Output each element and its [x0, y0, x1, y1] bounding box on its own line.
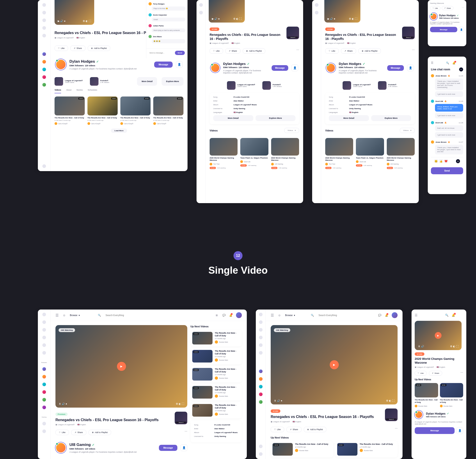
user-avatar[interactable]: [236, 312, 242, 318]
user-add-button[interactable]: 👤: [180, 444, 187, 451]
video-card[interactable]: 10:42The Results Are Now - Call of Duty●…: [55, 96, 85, 125]
search-icon[interactable]: 🔍: [445, 314, 449, 317]
message-button[interactable]: Message: [415, 427, 455, 434]
load-more-button[interactable]: Load More: [111, 129, 127, 133]
video-player[interactable]: ▶ ⏸ 🔊 ⚙ ◐ ⛶: [415, 321, 462, 350]
user-add-button[interactable]: 👤: [459, 27, 464, 32]
share-button[interactable]: ↗ Share: [70, 45, 85, 51]
send-button[interactable]: Send: [431, 167, 463, 174]
following-avatar[interactable]: [42, 52, 46, 56]
more-icon[interactable]: ⋯: [296, 48, 299, 54]
following-avatar[interactable]: [259, 400, 263, 404]
playlist-button[interactable]: ⊕ Add to Playlist: [358, 48, 381, 54]
video-card[interactable]: 10:42The Results Are Now - Call of Duty●…: [120, 96, 151, 125]
like-button[interactable]: ♡ Like: [430, 6, 440, 10]
user-add-button[interactable]: 👤: [456, 427, 463, 434]
menu-icon[interactable]: ☰: [431, 61, 434, 64]
browse-dropdown[interactable]: Browse ▾: [70, 314, 80, 317]
emoji-button[interactable]: ❤️: [444, 159, 448, 163]
menu-icon[interactable]: ☰: [415, 313, 418, 317]
video-card[interactable]: 10:42The Results Are Now - Call of Duty●…: [87, 96, 118, 125]
video-card[interactable]: 2020 World Champs Gaming WarzoneUI8 Gami…: [387, 138, 415, 169]
following-avatar[interactable]: [42, 68, 46, 71]
user-add-button[interactable]: 👤: [407, 64, 414, 71]
menu-icon[interactable]: ☰: [55, 313, 59, 317]
following-avatar[interactable]: [42, 382, 46, 386]
playlist-button[interactable]: ⊕ Add to Playlist: [243, 48, 265, 54]
upnext-item[interactable]: 10:42The Results Are Now - Call of DutyR…: [440, 383, 463, 407]
nav-icon[interactable]: [42, 351, 46, 355]
share-button[interactable]: ↗ Share: [442, 6, 453, 10]
emoji-button[interactable]: 😊: [434, 159, 438, 163]
share-button[interactable]: ↗ Share: [287, 427, 302, 432]
share-button[interactable]: ↗ Share: [341, 48, 356, 54]
nav-icon[interactable]: [259, 452, 263, 456]
emoji-add-button[interactable]: +: [456, 159, 460, 163]
send-button[interactable]: Send: [175, 51, 185, 55]
following-avatar[interactable]: [42, 367, 46, 371]
nav-icon[interactable]: [42, 328, 46, 332]
bell-icon[interactable]: 🔔: [229, 314, 232, 317]
user-avatar[interactable]: [459, 61, 463, 65]
upnext-item[interactable]: 10:42The Results Are Now - Call of DutyR…: [415, 383, 438, 407]
nav-icon[interactable]: [42, 320, 46, 324]
nav-icon[interactable]: [42, 343, 46, 347]
playlist-button[interactable]: ⊕ Add to Playlist: [88, 45, 110, 51]
nav-icon[interactable]: [42, 336, 46, 339]
video-player[interactable]: 24K Watching ▶ ⏸ 🔊 ● ⚙ ◐ ⛶: [55, 325, 187, 407]
more-detail-button[interactable]: More Detail: [329, 115, 369, 121]
video-card[interactable]: 2020 World Champs Gaming WarzoneTevi Tra…: [325, 138, 353, 169]
playlist-button[interactable]: ⊕ Add to Playlist: [89, 430, 111, 435]
following-avatar[interactable]: [42, 375, 46, 379]
more-icon[interactable]: ⋯: [412, 48, 415, 54]
nav-icon[interactable]: [259, 336, 263, 339]
nav-icon[interactable]: [259, 328, 263, 332]
channel-avatar[interactable]: [326, 63, 336, 73]
explore-button[interactable]: Explore More: [371, 115, 411, 121]
menu-icon[interactable]: ☰: [271, 313, 274, 317]
channel-avatar[interactable]: [55, 442, 66, 453]
bell-icon[interactable]: 🔔: [385, 314, 388, 317]
search-input[interactable]: [105, 314, 134, 317]
nav-home-icon[interactable]: [42, 313, 46, 316]
nav-icon[interactable]: [259, 445, 263, 448]
following-avatar[interactable]: [259, 385, 263, 389]
explore-button[interactable]: Explore More: [162, 77, 183, 86]
game-thumbnail[interactable]: Season 8: [385, 408, 398, 421]
tab-about[interactable]: About: [66, 89, 71, 93]
game-card[interactable]: League of Legends®Online Game: [55, 77, 83, 86]
nav-icon[interactable]: [42, 422, 46, 425]
play-icon[interactable]: ▶: [435, 332, 442, 339]
nav-icon[interactable]: [259, 351, 263, 355]
video-card[interactable]: 2020 World Champs Gaming WarzoneTevi Tra…: [210, 138, 238, 169]
more-detail-button[interactable]: More Detail: [137, 77, 157, 86]
share-button[interactable]: ↗ Share: [225, 48, 240, 54]
channel-name[interactable]: Dylan Hodges✓: [223, 62, 268, 66]
upnext-item[interactable]: 10:42The Results Are Now - Call of Duty●…: [190, 330, 242, 346]
upnext-item[interactable]: 10:42The Results Are Now - Call of Duty●…: [335, 441, 398, 458]
upnext-item[interactable]: 10:42The Results Are Now - Call of Duty●…: [271, 441, 333, 458]
game-card[interactable]: Fortnite®2.4K viewers: [90, 77, 109, 86]
message-button[interactable]: Message: [272, 65, 288, 71]
bell-icon[interactable]: 🔔: [452, 314, 455, 317]
nav-icon[interactable]: [259, 313, 263, 316]
message-button[interactable]: Message: [387, 65, 404, 71]
upnext-item[interactable]: 10:42The Results Are Now - Call of Duty●…: [190, 402, 242, 418]
more-icon[interactable]: ⋯: [395, 427, 398, 432]
game-card[interactable]: League of Legends®Online Game: [343, 81, 371, 90]
like-button[interactable]: ♡ Like: [415, 371, 427, 376]
like-button[interactable]: ♡ Like: [55, 430, 69, 435]
nav-icon[interactable]: [42, 429, 46, 433]
channel-name[interactable]: Dylan Hodges✓: [426, 412, 463, 415]
explore-button[interactable]: Explore More: [255, 115, 296, 121]
nav-icon[interactable]: [259, 320, 263, 324]
game-card[interactable]: Fortnite®2.4K viewers: [262, 81, 282, 90]
videos-dropdown[interactable]: Videos ▾: [400, 128, 415, 133]
user-add-button[interactable]: 👤: [291, 64, 298, 71]
video-card[interactable]: Team Flash vs. Saigon PhantomDevil UI8● …: [240, 138, 268, 169]
message-button[interactable]: Message: [154, 61, 173, 68]
game-thumbnail[interactable]: Season 8: [402, 26, 415, 39]
following-avatar[interactable]: [259, 392, 263, 396]
user-add-button[interactable]: 👤: [176, 61, 183, 68]
game-thumbnail[interactable]: Season 8: [287, 26, 299, 39]
